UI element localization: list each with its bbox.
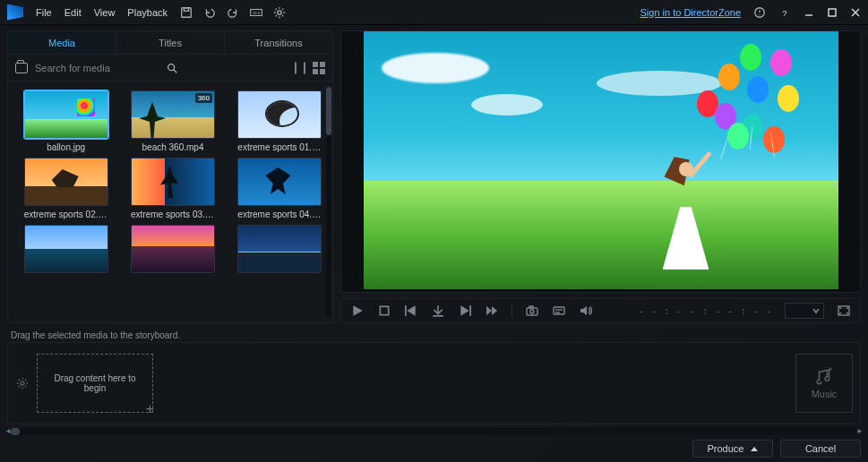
aspect-ratio-icon[interactable]: 16:9 — [250, 6, 262, 19]
add-music-button[interactable]: Music — [795, 354, 853, 413]
svg-marker-28 — [580, 306, 587, 315]
import-folder-icon[interactable] — [15, 62, 28, 74]
media-item-label: extreme sports 01.jpg — [237, 142, 322, 152]
maximize-button[interactable] — [827, 7, 838, 18]
svg-line-13 — [174, 69, 177, 73]
media-item[interactable]: extreme sports 04.jpg — [233, 158, 327, 219]
svg-marker-14 — [353, 305, 363, 316]
tab-media[interactable]: Media — [8, 31, 116, 54]
zoom-select[interactable] — [785, 303, 824, 319]
cancel-button[interactable]: Cancel — [780, 440, 861, 458]
app-logo-icon — [7, 4, 23, 21]
svg-marker-21 — [492, 306, 497, 315]
svg-rect-1 — [184, 7, 188, 11]
media-item[interactable] — [19, 225, 113, 277]
stop-button[interactable] — [377, 304, 391, 318]
svg-marker-16 — [407, 305, 415, 316]
svg-rect-24 — [529, 306, 533, 308]
timecode-display: - - : - - : - - : - - — [638, 305, 772, 317]
redo-icon[interactable] — [227, 6, 239, 19]
storyboard-settings-icon[interactable] — [15, 376, 30, 390]
tab-transitions[interactable]: Transitions — [225, 31, 332, 54]
media-item-label: beach 360.mp4 — [142, 142, 204, 152]
library-scrollbar[interactable] — [326, 87, 331, 317]
media-item[interactable]: ballon.jpg — [19, 90, 113, 152]
media-item-label: ballon.jpg — [47, 142, 85, 152]
volume-button[interactable] — [579, 304, 593, 318]
svg-rect-9 — [829, 9, 836, 16]
svg-point-30 — [21, 381, 24, 385]
menu-file[interactable]: File — [36, 7, 52, 18]
media-item-label: extreme sports 04.jpg — [237, 210, 322, 219]
storyboard: Drag content here to begin Music — [7, 342, 861, 424]
media-item-label: extreme sports 02.jpg — [24, 210, 108, 219]
signin-link[interactable]: Sign in to DirectorZone — [640, 7, 742, 18]
help-icon[interactable]: ? — [778, 6, 791, 19]
minimize-button[interactable] — [804, 7, 814, 18]
preview-figure — [659, 153, 713, 270]
svg-text:?: ? — [782, 7, 786, 17]
menu-playback[interactable]: Playback — [127, 7, 168, 18]
caption-button[interactable] — [552, 304, 566, 318]
svg-point-4 — [278, 10, 281, 13]
media-item[interactable]: extreme sports 03.jpg — [125, 158, 219, 219]
fast-forward-button[interactable] — [485, 304, 499, 318]
tab-titles[interactable]: Titles — [116, 31, 225, 54]
play-button[interactable] — [350, 304, 365, 318]
preview-viewport — [340, 30, 861, 293]
storyboard-drop-slot[interactable]: Drag content here to begin — [37, 354, 153, 413]
search-icon[interactable] — [166, 62, 178, 74]
svg-point-23 — [530, 310, 534, 313]
prev-frame-button[interactable] — [404, 304, 418, 318]
search-row — [8, 55, 332, 81]
svg-marker-20 — [486, 306, 492, 315]
preview-pane: - - : - - : - - : - - — [340, 30, 861, 323]
view-details-icon[interactable] — [295, 63, 296, 73]
music-label: Music — [812, 389, 838, 399]
undo-icon[interactable] — [203, 6, 216, 19]
svg-rect-15 — [380, 306, 388, 314]
media-item[interactable]: extreme sports 02.jpg — [19, 158, 113, 219]
next-frame-button[interactable] — [458, 304, 472, 318]
menu-edit[interactable]: Edit — [64, 7, 82, 18]
title-bar: File Edit View Playback 16:9 Sign in to … — [0, 0, 868, 25]
svg-text:16:9: 16:9 — [253, 11, 261, 15]
chevron-right-icon[interactable]: ► — [855, 428, 864, 435]
svg-rect-17 — [405, 305, 407, 316]
search-input[interactable] — [35, 63, 159, 73]
media-item[interactable] — [233, 225, 327, 277]
playback-controls: - - : - - : - - : - - — [340, 298, 861, 323]
main-area: Media Titles Transitions ballon.jpg360be… — [0, 25, 868, 327]
svg-marker-18 — [460, 305, 468, 316]
media-grid-container: ballon.jpg360beach 360.mp4extreme sports… — [8, 81, 332, 322]
snapshot-button[interactable] — [525, 304, 539, 318]
storyboard-hint: Drag the selected media to the storyboar… — [0, 327, 868, 342]
badge-360: 360 — [195, 93, 212, 103]
close-button[interactable] — [850, 7, 861, 18]
notifications-icon[interactable] — [753, 6, 766, 19]
app-root: File Edit View Playback 16:9 Sign in to … — [0, 0, 868, 462]
svg-rect-19 — [469, 305, 471, 316]
save-icon[interactable] — [180, 6, 193, 19]
media-item[interactable] — [125, 225, 219, 277]
view-thumbnails-icon[interactable] — [304, 63, 305, 73]
footer-bar: Produce Cancel — [0, 439, 868, 462]
menu-view[interactable]: View — [94, 7, 116, 18]
media-item[interactable]: extreme sports 01.jpg — [233, 90, 327, 152]
divider — [511, 304, 512, 317]
media-item-label: extreme sports 03.jpg — [131, 210, 215, 219]
view-grid-icon[interactable] — [313, 62, 325, 74]
storyboard-scrollbar[interactable]: ◄ ► — [11, 428, 857, 435]
svg-point-12 — [168, 64, 175, 70]
library-tabs: Media Titles Transitions — [8, 31, 332, 55]
media-item[interactable]: 360beach 360.mp4 — [125, 90, 219, 152]
produce-button[interactable]: Produce — [692, 440, 773, 458]
svg-rect-0 — [182, 7, 192, 17]
library-pane: Media Titles Transitions ballon.jpg360be… — [7, 30, 333, 323]
settings-icon[interactable] — [273, 6, 286, 19]
preview-frame — [364, 31, 838, 289]
svg-rect-25 — [554, 307, 564, 314]
chevron-up-icon — [751, 447, 758, 451]
snapshot-point-button[interactable] — [431, 304, 445, 318]
fullscreen-button[interactable] — [837, 304, 851, 318]
